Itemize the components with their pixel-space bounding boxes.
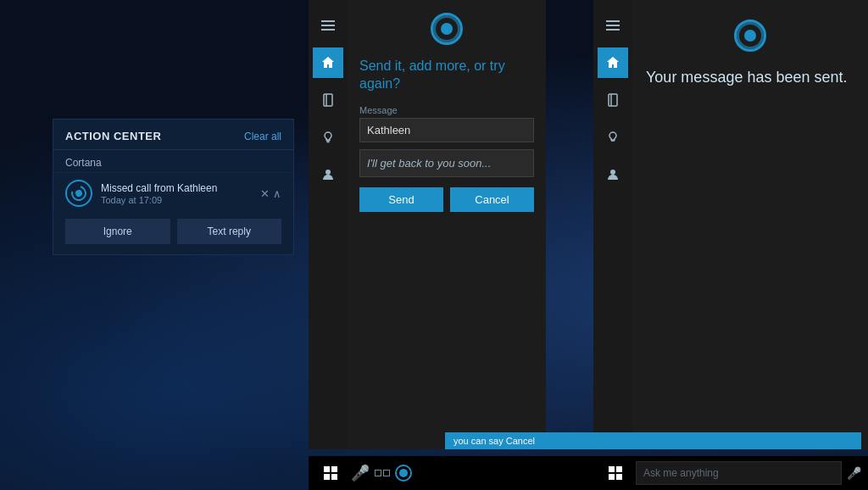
cortana-notification-icon (65, 180, 92, 207)
cortana-sent-sidebar (593, 0, 632, 449)
start-button-right[interactable] (600, 456, 631, 490)
sidebar-notebook-icon[interactable] (313, 85, 343, 115)
sidebar-person-icon[interactable] (313, 159, 343, 190)
person-icon-2 (606, 168, 620, 181)
notification-title: Missed call from Kathleen (101, 182, 252, 194)
svg-rect-5 (609, 94, 617, 106)
home-icon (321, 56, 335, 70)
clear-all-button[interactable]: Clear all (244, 131, 281, 142)
notification-actions: Ignore Text reply (53, 214, 293, 254)
home-icon-2 (606, 56, 620, 70)
start-button[interactable] (315, 456, 346, 490)
ignore-button[interactable]: Ignore (65, 219, 170, 244)
svg-point-8 (610, 170, 615, 175)
sidebar-interests-icon[interactable] (313, 122, 343, 153)
sent-sidebar-home-icon[interactable] (598, 47, 628, 78)
sent-sidebar-interests-icon[interactable] (598, 122, 628, 153)
recipient-input[interactable] (359, 118, 534, 142)
task-view-button[interactable] (375, 470, 390, 476)
lightbulb-icon (321, 131, 335, 144)
hamburger-icon (321, 20, 335, 31)
cortana-topbar (348, 0, 546, 51)
cortana-logo-ring (431, 13, 463, 45)
message-preview: I'll get back to you soon... (359, 149, 534, 177)
notification-controls: ✕ ∧ (260, 187, 281, 200)
microphone-icon[interactable]: 🎤 (351, 464, 370, 482)
send-button[interactable]: Send (359, 187, 443, 212)
notebook-icon (321, 93, 335, 107)
action-center-header: ACTION CENTER Clear all (53, 120, 293, 150)
cortana-question-text: Send it, add more, or try again? (359, 58, 534, 93)
cortana-taskbar-icon[interactable] (395, 465, 412, 482)
sent-sidebar-notebook-icon[interactable] (598, 85, 628, 115)
hamburger-icon-2 (606, 20, 620, 31)
message-field-label: Message (359, 105, 534, 115)
microphone-taskbar-icon[interactable]: 🎤 (847, 466, 861, 480)
cortana-middle-sidebar (309, 0, 348, 449)
notification-text-block: Missed call from Kathleen Today at 17:09 (101, 182, 252, 205)
sent-sidebar-person-icon[interactable] (598, 159, 628, 190)
task-view-icon (375, 470, 381, 476)
person-icon (321, 168, 335, 181)
cancel-button[interactable]: Cancel (450, 187, 534, 212)
search-placeholder: Ask me anything (643, 467, 719, 479)
cortana-content: Send it, add more, or try again? Message… (348, 51, 546, 449)
taskbar-middle: 🎤 (309, 456, 593, 490)
windows-logo-icon-right (609, 466, 622, 480)
notification-header: Missed call from Kathleen Today at 17:09… (53, 173, 293, 214)
sidebar-hamburger-menu[interactable] (313, 10, 343, 41)
cortana-circle-icon (395, 465, 412, 482)
action-center-title: ACTION CENTER (65, 130, 161, 142)
cortana-middle-main: Send it, add more, or try again? Message… (348, 0, 546, 449)
sidebar-home-icon[interactable] (313, 47, 343, 78)
notification-item: Missed call from Kathleen Today at 17:09… (53, 172, 293, 254)
cortana-dot-icon (399, 469, 408, 477)
sent-logo-row (646, 17, 854, 54)
cortana-sent-logo-ring (734, 19, 766, 52)
text-reply-button[interactable]: Text reply (177, 219, 282, 244)
sent-message-text: Your message has been sent. (646, 68, 854, 87)
say-cancel-bubble: you can say Cancel (445, 432, 861, 449)
windows-logo-icon (324, 466, 337, 480)
sent-sidebar-hamburger[interactable] (598, 10, 628, 41)
svg-rect-0 (324, 94, 332, 106)
notification-expand-icon[interactable]: ∧ (273, 187, 281, 200)
search-bar-right[interactable]: Ask me anything (636, 461, 842, 485)
lightbulb-icon-2 (606, 131, 620, 144)
svg-point-4 (326, 170, 331, 175)
cortana-sent-logo (732, 17, 769, 54)
cortana-action-buttons: Send Cancel (359, 187, 534, 212)
cortana-logo (428, 10, 465, 47)
task-view-icon-2 (383, 470, 390, 476)
cortana-section-label: Cortana (53, 150, 293, 172)
cortana-sent-main: Your message has been sent. (632, 0, 868, 449)
notebook-icon-2 (606, 93, 620, 107)
notification-close-icon[interactable]: ✕ (260, 187, 270, 200)
notification-time: Today at 17:09 (101, 195, 252, 205)
taskbar-right-panel: Ask me anything 🎤 (593, 456, 868, 490)
action-center-panel: ACTION CENTER Clear all Cortana Missed c… (53, 119, 294, 255)
cortana-ring-icon (69, 183, 90, 204)
